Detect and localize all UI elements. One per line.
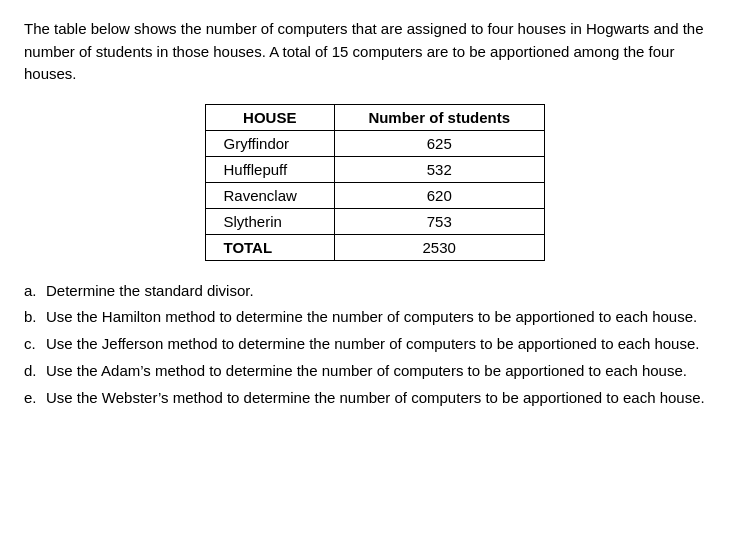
- data-table: HOUSE Number of students Gryffindor625Hu…: [205, 104, 545, 261]
- intro-text: The table below shows the number of comp…: [24, 20, 704, 82]
- table-container: HOUSE Number of students Gryffindor625Hu…: [24, 104, 725, 261]
- col-house-header: HOUSE: [205, 104, 334, 130]
- question-item: b.Use the Hamilton method to determine t…: [24, 305, 725, 330]
- house-cell: Hufflepuff: [205, 156, 334, 182]
- question-label: a.: [24, 279, 46, 304]
- col-students-header: Number of students: [334, 104, 544, 130]
- table-row: Gryffindor625: [205, 130, 544, 156]
- question-text: Use the Webster’s method to determine th…: [46, 386, 725, 411]
- house-cell: Gryffindor: [205, 130, 334, 156]
- table-row: Slytherin753: [205, 208, 544, 234]
- question-item: a.Determine the standard divisor.: [24, 279, 725, 304]
- question-item: c.Use the Jefferson method to determine …: [24, 332, 725, 357]
- students-cell: 753: [334, 208, 544, 234]
- question-label: e.: [24, 386, 46, 411]
- question-text: Use the Adam’s method to determine the n…: [46, 359, 725, 384]
- question-label: d.: [24, 359, 46, 384]
- students-cell: 532: [334, 156, 544, 182]
- table-row: Ravenclaw620: [205, 182, 544, 208]
- house-cell: Slytherin: [205, 208, 334, 234]
- students-cell: 620: [334, 182, 544, 208]
- question-text: Use the Jefferson method to determine th…: [46, 332, 725, 357]
- question-label: b.: [24, 305, 46, 330]
- questions-section: a.Determine the standard divisor.b.Use t…: [24, 279, 725, 411]
- intro-paragraph: The table below shows the number of comp…: [24, 18, 725, 86]
- total-label: TOTAL: [205, 234, 334, 260]
- students-cell: 625: [334, 130, 544, 156]
- total-value: 2530: [334, 234, 544, 260]
- house-cell: Ravenclaw: [205, 182, 334, 208]
- question-text: Determine the standard divisor.: [46, 279, 725, 304]
- question-item: e.Use the Webster’s method to determine …: [24, 386, 725, 411]
- table-row: Hufflepuff532: [205, 156, 544, 182]
- question-text: Use the Hamilton method to determine the…: [46, 305, 725, 330]
- question-item: d.Use the Adam’s method to determine the…: [24, 359, 725, 384]
- question-label: c.: [24, 332, 46, 357]
